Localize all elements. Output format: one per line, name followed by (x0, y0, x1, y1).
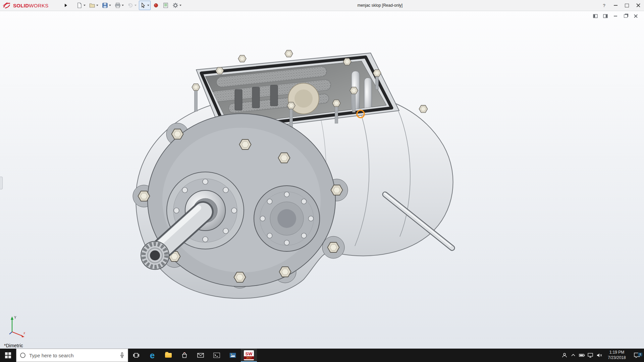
notification-badge: 3 (638, 353, 642, 356)
file-explorer-button[interactable] (160, 349, 176, 362)
solidworks-logo: SOLIDWORKS (0, 2, 62, 9)
close-button[interactable] (633, 0, 644, 11)
x-axis-arrow (21, 335, 24, 338)
settings-gear-icon (172, 2, 178, 8)
solidworks-window: SOLIDWORKS (0, 0, 644, 362)
taskbar-clock[interactable]: 1:19 PM 7/23/2018 (604, 350, 630, 360)
doc-minimize-button[interactable] (612, 13, 619, 19)
doc-close-button[interactable] (633, 13, 639, 19)
edge-icon: e (150, 351, 155, 360)
logo-text: SOLIDWORKS (13, 3, 49, 8)
pane-left-icon[interactable] (592, 13, 598, 19)
document-options-icon (163, 2, 169, 8)
feature-pane-handle[interactable] (0, 177, 3, 189)
document-title: menjac sklop [Read-only] (357, 0, 402, 11)
new-document-button[interactable] (75, 1, 87, 10)
orientation-triad: Y x (7, 314, 28, 339)
start-icon (5, 352, 11, 358)
battery-icon (579, 354, 585, 357)
task-view-button[interactable] (128, 349, 144, 362)
edge-button[interactable]: e (144, 349, 160, 362)
mail-icon (197, 353, 204, 358)
cortana-circle-icon (20, 352, 26, 358)
z-axis-arrow (9, 332, 12, 334)
chevron-up-icon (571, 354, 576, 357)
y-axis-arrow (11, 316, 13, 320)
bearing-cover[interactable] (254, 186, 320, 251)
photos-icon (229, 353, 236, 358)
mail-button[interactable] (193, 349, 209, 362)
document-window-controls (592, 13, 639, 19)
photos-button[interactable] (225, 349, 241, 362)
minimize-button[interactable] (610, 0, 621, 11)
action-center-button[interactable]: 3 (630, 352, 644, 358)
solidworks-icon: SW 2017 (244, 350, 254, 360)
microphone-icon[interactable] (120, 352, 124, 358)
windows-taskbar: e (0, 349, 644, 362)
minimize-icon (614, 5, 618, 6)
graphics-area[interactable]: Y x *Dimetric (0, 11, 644, 349)
triad-x-label: x (23, 331, 25, 335)
doc-minimize-icon (614, 16, 617, 16)
maximize-button[interactable] (621, 0, 633, 11)
new-document-icon (76, 2, 83, 8)
solidworks-taskbar-button[interactable]: SW 2017 (241, 349, 257, 362)
print-button[interactable] (113, 1, 125, 10)
dassault-logo-icon (3, 2, 11, 9)
maximize-icon (625, 4, 629, 7)
store-icon (181, 352, 188, 359)
doc-close-icon (634, 14, 638, 18)
tray-overflow-button[interactable] (569, 349, 578, 362)
taskbar-search[interactable] (16, 349, 128, 362)
people-button[interactable] (560, 349, 569, 362)
battery-button[interactable] (578, 349, 586, 362)
network-icon (588, 353, 594, 358)
open-button[interactable] (88, 1, 100, 10)
help-button[interactable]: ? (598, 0, 610, 11)
save-icon (102, 2, 108, 8)
select-tool-button[interactable] (139, 1, 151, 10)
close-icon (636, 3, 640, 7)
doc-restore-button[interactable] (623, 13, 629, 19)
view-orientation-label: *Dimetric (4, 343, 23, 348)
file-explorer-icon (165, 353, 172, 358)
terminal-icon (213, 353, 220, 358)
titlebar: SOLIDWORKS (0, 0, 644, 11)
print-icon (115, 2, 121, 8)
clock-time: 1:19 PM (609, 350, 625, 355)
triad-y-label: Y (14, 316, 16, 319)
pane-right-icon[interactable] (602, 13, 608, 19)
network-button[interactable] (586, 349, 595, 362)
terminal-button[interactable] (209, 349, 225, 362)
store-button[interactable] (176, 349, 193, 362)
record-macro-button[interactable] (152, 1, 160, 10)
search-input[interactable] (29, 352, 117, 359)
people-icon (561, 353, 568, 358)
task-view-icon (133, 352, 140, 359)
record-macro-icon (153, 2, 159, 8)
undo-button[interactable] (126, 1, 138, 10)
save-button[interactable] (101, 1, 112, 10)
settings-button[interactable] (171, 1, 183, 10)
open-icon (89, 2, 95, 8)
doc-restore-icon (624, 14, 628, 18)
quick-access-toolbar (75, 1, 183, 10)
undo-icon (127, 2, 133, 8)
gearbox-3d-model[interactable] (0, 11, 644, 349)
window-controls: ? (598, 0, 644, 11)
system-tray: 1:19 PM 7/23/2018 3 (560, 349, 644, 362)
clock-date: 7/23/2018 (608, 355, 626, 361)
taskbar-apps: e (128, 349, 257, 362)
volume-icon (596, 353, 602, 358)
menu-expand-arrow[interactable] (62, 2, 69, 9)
select-arrow-icon (140, 2, 146, 8)
start-button[interactable] (0, 349, 16, 362)
document-options-button[interactable] (161, 1, 170, 10)
volume-button[interactable] (595, 349, 604, 362)
